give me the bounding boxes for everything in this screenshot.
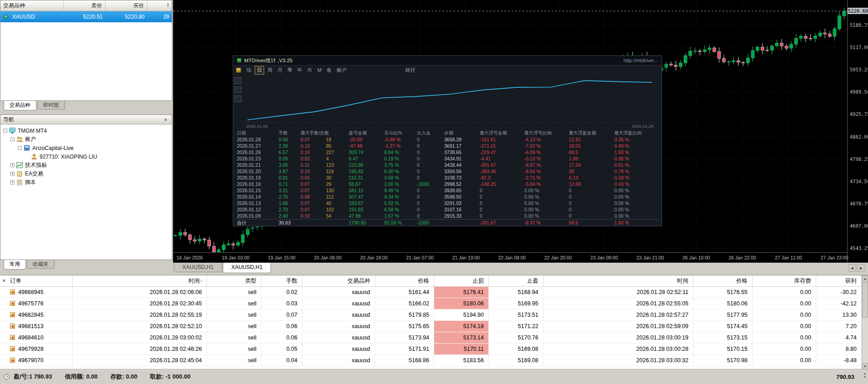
order-row[interactable]: 496799282026.01.28 02:46:26sell0.05xauus… (0, 344, 868, 355)
time-axis[interactable]: 16 Jan 202619 Jan 03:0019 Jan 15:0020 Ja… (173, 252, 847, 263)
chart-tab-0[interactable]: XAUUSD,H1 (174, 263, 222, 272)
cell-close-time[interactable]: 2026.01.28 02:55:05 (543, 298, 693, 309)
tab-scroll-right-icon[interactable]: ► (857, 264, 865, 272)
cell-symbol[interactable]: xauusd (302, 321, 375, 332)
cell-profit[interactable]: 7.20 (816, 321, 862, 332)
collapse-icon[interactable]: - (3, 129, 7, 133)
cell-sl[interactable]: 5173.14 (434, 332, 489, 344)
cell-order[interactable]: 49679070 (0, 355, 73, 366)
column-profit[interactable]: 获利 (816, 275, 862, 287)
nav-tree-item[interactable]: +技术指标 (0, 161, 172, 170)
cell-order[interactable]: 49675776 (0, 298, 73, 309)
nav-tree-item[interactable]: 927710: XIAOPING LIU (0, 152, 172, 161)
stats-menu-item-4[interactable]: 季 (286, 66, 294, 74)
cell-order[interactable]: 49679928 (0, 344, 73, 355)
status-spin-icons[interactable]: ▲▼ (863, 372, 866, 379)
cell-swap[interactable]: 0.00 (753, 321, 816, 332)
cell-close-price[interactable]: 5177.95 (693, 309, 753, 321)
scroll-down-icon[interactable]: ▼ (862, 363, 868, 369)
scrollbar-thumb[interactable] (862, 282, 868, 318)
cell-lots[interactable]: 0.02 (261, 287, 302, 298)
column-lots[interactable]: 手数 (261, 275, 302, 287)
cell-symbol[interactable]: xauusd (302, 298, 375, 309)
stats-menu-item-2[interactable]: 周 (266, 66, 274, 74)
cell-tp[interactable]: 5169.08 (489, 355, 543, 366)
collapse-icon[interactable]: - (10, 137, 15, 141)
cell-sl[interactable]: 5194.90 (434, 309, 489, 321)
cell-type[interactable]: sell (207, 309, 261, 321)
column-ask[interactable]: 买价 (105, 0, 147, 11)
column-tp[interactable]: 止盈 (489, 275, 543, 287)
cell-open-price[interactable]: 5171.91 (375, 344, 434, 355)
cell-lots[interactable]: 0.07 (261, 309, 302, 321)
cell-profit[interactable]: 4.74 (816, 332, 862, 344)
cell-open-time[interactable]: 2026.01.28 02:45:04 (73, 355, 207, 366)
cell-swap[interactable]: 0.00 (753, 355, 816, 366)
cell-profit[interactable]: -30.22 (816, 287, 862, 298)
stats-menu-item-3[interactable]: 月 (276, 66, 284, 74)
cell-tp[interactable]: 5168.94 (489, 287, 543, 298)
cell-close-price[interactable]: 5180.06 (693, 298, 753, 309)
cell-tp[interactable]: 5169.08 (489, 344, 543, 355)
panel-side-button-2[interactable] (235, 86, 241, 93)
cell-lots[interactable]: 0.06 (261, 332, 302, 344)
cell-type[interactable]: sell (207, 355, 261, 366)
cell-type[interactable]: sell (207, 344, 261, 355)
column-type[interactable]: 类型 (207, 275, 261, 287)
nav-tree-item[interactable]: +脚本 (0, 178, 172, 187)
nav-tree-item[interactable]: -TMGM MT4 (0, 126, 172, 135)
scroll-up-icon[interactable]: ▲ (862, 275, 868, 282)
column-bid[interactable]: 卖价 (64, 0, 105, 11)
cell-sl[interactable]: 5170.11 (434, 344, 489, 355)
cell-close-price[interactable]: 5170.98 (693, 355, 753, 366)
cell-tp[interactable]: 5169.95 (489, 298, 543, 309)
close-icon[interactable]: × (2, 277, 6, 284)
cell-close-price[interactable]: 5170.15 (693, 344, 753, 355)
cell-open-price[interactable]: 5173.94 (375, 332, 434, 344)
order-row[interactable]: 496846102026.01.28 03:00:02sell0.06xauus… (0, 332, 868, 344)
panel-side-button-1[interactable] (235, 77, 241, 84)
column-open-price[interactable]: 价格 (375, 275, 434, 287)
order-row[interactable]: 496790702026.01.28 02:45:04sell0.04xauus… (0, 355, 868, 366)
cell-swap[interactable]: 0.00 (753, 287, 816, 298)
cell-sl[interactable]: 5180.06 (434, 298, 489, 309)
close-icon[interactable]: × (162, 116, 169, 123)
cell-swap[interactable]: 0.00 (753, 298, 816, 309)
cell-tp[interactable]: 5173.51 (489, 309, 543, 321)
column-spread[interactable]: ! (147, 0, 172, 11)
cell-open-price[interactable]: 5179.85 (375, 309, 434, 321)
order-row[interactable]: 496757762026.01.28 02:30:45sell0.03xauus… (0, 298, 868, 309)
expand-icon[interactable]: + (10, 180, 15, 185)
cell-symbol[interactable]: xauusd (302, 287, 375, 298)
nav-tree-item[interactable]: -AnzoCapital-Live (0, 144, 172, 152)
column-swap[interactable]: 库存费 (753, 275, 816, 287)
terminal-scrollbar[interactable]: ▲ ▼ (862, 275, 868, 369)
cell-open-price[interactable]: 5175.65 (375, 321, 434, 332)
stats-menu-item-0[interactable]: 综 (245, 66, 253, 74)
cell-close-time[interactable]: 2026.01.28 02:59:09 (543, 321, 693, 332)
cell-close-time[interactable]: 2026.01.28 02:57:27 (543, 309, 693, 321)
cell-close-price[interactable]: 5174.45 (693, 321, 753, 332)
stats-menu-item-5[interactable]: 年 (296, 66, 304, 74)
nav-tree-item[interactable]: +fEA交易 (0, 170, 172, 178)
market-watch-tab-0[interactable]: 交易品种 (4, 101, 36, 110)
order-row[interactable]: 496689452026.01.28 02:06:06sell0.02xauus… (0, 287, 868, 298)
cell-lots[interactable]: 0.03 (261, 298, 302, 309)
cell-open-time[interactable]: 2026.01.28 02:30:45 (73, 298, 207, 309)
collapse-icon[interactable]: - (18, 146, 22, 150)
cell-open-time[interactable]: 2026.01.28 02:46:26 (73, 344, 207, 355)
cell-swap[interactable]: 0.00 (753, 332, 816, 344)
cell-close-time[interactable]: 2026.01.28 03:00:32 (543, 355, 693, 366)
column-close-price[interactable]: 价格 (693, 275, 753, 287)
cell-open-price[interactable]: 5166.02 (375, 298, 434, 309)
cell-type[interactable]: sell (207, 332, 261, 344)
cell-close-time[interactable]: 2026.01.28 03:00:28 (543, 344, 693, 355)
cell-order[interactable]: 49668945 (0, 287, 73, 298)
cell-tp[interactable]: 5170.76 (489, 332, 543, 344)
cell-symbol[interactable]: xauusd (302, 309, 375, 321)
cell-symbol[interactable]: xauusd (302, 355, 375, 366)
cell-open-time[interactable]: 2026.01.28 02:52:10 (73, 321, 207, 332)
cell-tp[interactable]: 5171.22 (489, 321, 543, 332)
column-sl[interactable]: 止损 (434, 275, 489, 287)
market-watch-row[interactable]: XAUUSD5220.515220.8029 (0, 11, 172, 22)
